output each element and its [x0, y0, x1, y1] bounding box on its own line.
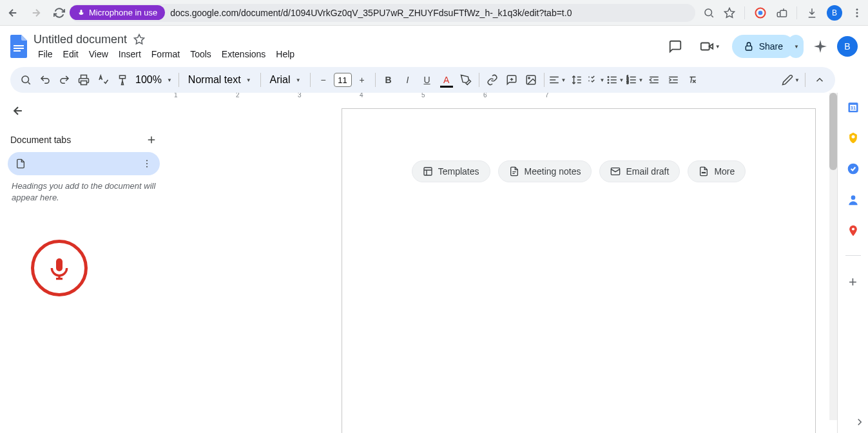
undo-button[interactable]: [36, 71, 54, 89]
share-button[interactable]: Share: [732, 35, 795, 58]
svg-point-21: [146, 160, 148, 161]
bulleted-list-button[interactable]: ▼: [606, 71, 624, 89]
microphone-badge[interactable]: Microphone in use: [70, 5, 165, 20]
zoom-icon[interactable]: [703, 7, 715, 19]
add-tab-button[interactable]: [146, 134, 157, 146]
checklist-button[interactable]: ▼: [587, 71, 605, 89]
forward-button[interactable]: [28, 5, 44, 21]
font-size-input[interactable]: 11: [334, 73, 352, 87]
svg-point-35: [851, 227, 854, 230]
keep-icon[interactable]: [847, 131, 860, 144]
svg-rect-6: [14, 45, 24, 46]
google-apps-icon[interactable]: [754, 6, 767, 19]
increase-font-button[interactable]: +: [353, 71, 371, 89]
contacts-icon[interactable]: [847, 193, 860, 206]
address-bar[interactable]: Microphone in use docs.google.com/docume…: [70, 4, 695, 22]
account-avatar[interactable]: B: [837, 36, 858, 57]
document-title[interactable]: Untitled document: [34, 33, 127, 46]
styles-select[interactable]: Normal text▼: [183, 71, 256, 89]
document-icon: [15, 159, 26, 169]
menu-help[interactable]: Help: [271, 48, 299, 61]
menu-view[interactable]: View: [84, 48, 113, 61]
docs-logo-icon[interactable]: [10, 35, 27, 58]
search-menus-button[interactable]: [17, 71, 35, 89]
document-page[interactable]: Templates Meeting notes Email draft More: [342, 108, 816, 433]
more-chip[interactable]: More: [688, 160, 746, 182]
paint-format-button[interactable]: [113, 71, 131, 89]
tasks-icon[interactable]: [847, 162, 860, 175]
redo-button[interactable]: [55, 71, 73, 89]
separator: [260, 73, 261, 87]
lock-icon: [744, 41, 754, 52]
sidebar-title: Document tabs: [10, 135, 71, 145]
meeting-notes-chip[interactable]: Meeting notes: [498, 160, 592, 182]
browser-chrome: Microphone in use docs.google.com/docume…: [0, 0, 868, 26]
print-button[interactable]: [75, 71, 93, 89]
zoom-select[interactable]: 100%▼: [133, 71, 175, 89]
svg-rect-7: [14, 48, 24, 49]
horizontal-ruler[interactable]: 1234567: [168, 93, 837, 103]
voice-typing-widget[interactable]: [31, 240, 88, 296]
profile-avatar[interactable]: B: [827, 5, 842, 21]
svg-point-17: [608, 82, 609, 84]
side-panel: 31 +: [837, 93, 868, 433]
document-tab[interactable]: [8, 152, 160, 175]
bold-button[interactable]: B: [380, 71, 398, 89]
share-dropdown[interactable]: ▼: [788, 35, 804, 58]
meet-button[interactable]: ▼: [697, 34, 723, 59]
svg-point-34: [851, 195, 855, 200]
separator: [310, 73, 311, 87]
divider: [845, 255, 861, 256]
bookmark-star-icon[interactable]: [724, 7, 735, 19]
svg-point-15: [608, 77, 609, 78]
email-draft-chip[interactable]: Email draft: [599, 160, 680, 182]
highlight-button[interactable]: [457, 71, 475, 89]
clear-formatting-button[interactable]: [684, 71, 702, 89]
increase-indent-button[interactable]: [664, 71, 682, 89]
editing-mode-button[interactable]: ▼: [782, 71, 800, 89]
menu-insert[interactable]: Insert: [114, 48, 146, 61]
gemini-icon[interactable]: [813, 39, 828, 54]
svg-point-2: [758, 10, 763, 15]
downloads-icon[interactable]: [806, 7, 818, 19]
star-icon[interactable]: [133, 34, 145, 45]
ruler-number: 3: [298, 93, 302, 99]
decrease-indent-button[interactable]: [645, 71, 663, 89]
menu-tools[interactable]: Tools: [186, 48, 216, 61]
chrome-menu-icon[interactable]: [851, 7, 863, 19]
get-addons-button[interactable]: +: [849, 274, 857, 291]
decrease-font-button[interactable]: −: [314, 71, 333, 89]
extensions-icon[interactable]: [776, 7, 787, 19]
comments-button[interactable]: [662, 34, 688, 59]
vertical-scrollbar[interactable]: [829, 93, 837, 420]
back-button[interactable]: [5, 5, 21, 21]
italic-button[interactable]: I: [399, 71, 417, 89]
align-button[interactable]: ▼: [548, 71, 566, 89]
font-select[interactable]: Arial▼: [265, 71, 306, 89]
insert-image-button[interactable]: [522, 71, 540, 89]
line-spacing-button[interactable]: [568, 71, 586, 89]
collapse-side-panel-button[interactable]: [854, 416, 865, 428]
templates-icon: [423, 166, 433, 177]
underline-button[interactable]: U: [418, 71, 436, 89]
text-color-button[interactable]: A: [438, 71, 456, 89]
menu-format[interactable]: Format: [147, 48, 184, 61]
calendar-icon[interactable]: 31: [847, 101, 860, 113]
menu-file[interactable]: File: [34, 48, 57, 61]
menu-edit[interactable]: Edit: [59, 48, 83, 61]
reload-button[interactable]: [52, 5, 67, 21]
maps-icon[interactable]: [847, 224, 860, 237]
separator: [375, 73, 376, 87]
scrollbar-thumb[interactable]: [829, 93, 837, 170]
browser-actions: B: [703, 5, 863, 21]
svg-rect-9: [701, 43, 709, 50]
tab-more-icon[interactable]: [142, 159, 152, 169]
collapse-toolbar-button[interactable]: [811, 71, 829, 89]
menu-extensions[interactable]: Extensions: [217, 48, 270, 61]
spellcheck-button[interactable]: [94, 71, 112, 89]
insert-link-button[interactable]: [483, 71, 501, 89]
sidebar-back-button[interactable]: [8, 101, 28, 121]
add-comment-button[interactable]: [503, 71, 521, 89]
templates-chip[interactable]: Templates: [412, 160, 490, 182]
numbered-list-button[interactable]: 123▼: [626, 71, 644, 89]
